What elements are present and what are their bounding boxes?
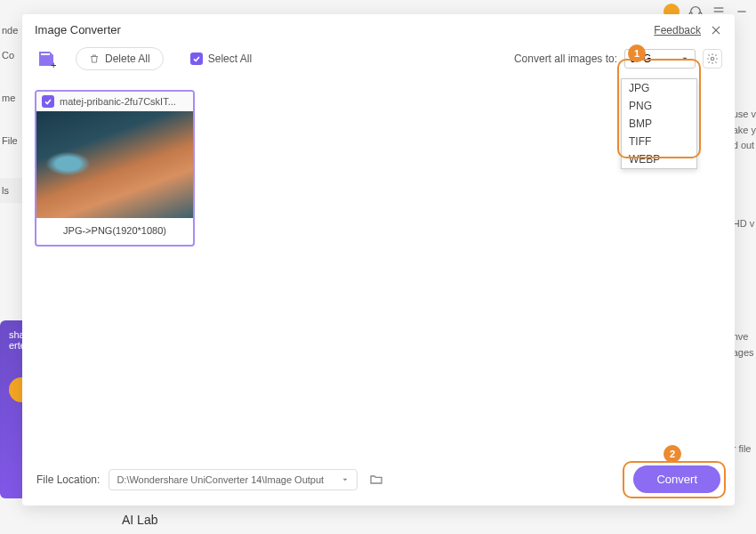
image-card[interactable]: matej-pribanic-2fu7CskIT... JPG->PNG(192… xyxy=(35,90,195,247)
convert-to-label: Convert all images to: xyxy=(514,53,617,65)
file-location-value: D:\Wondershare UniConverter 14\Image Out… xyxy=(117,474,324,485)
format-option[interactable]: PNG xyxy=(622,97,696,115)
minimize-icon[interactable] xyxy=(735,4,749,19)
image-converter-modal: Image Converter Feedback + Delete All Se… xyxy=(22,14,735,506)
checkbox-icon[interactable] xyxy=(42,95,54,108)
add-image-button[interactable]: + xyxy=(35,47,58,70)
bg-right-fragment: use v ake y d out HD v nve ages r file xyxy=(733,107,756,457)
settings-button[interactable] xyxy=(703,49,722,69)
convert-button[interactable]: Convert xyxy=(633,465,720,493)
close-icon[interactable] xyxy=(710,24,722,36)
tutorial-badge-1: 1 xyxy=(628,44,646,62)
image-thumbnail xyxy=(36,111,193,218)
delete-all-button[interactable]: Delete All xyxy=(76,47,164,70)
format-option[interactable]: TIFF xyxy=(622,133,696,150)
open-folder-button[interactable] xyxy=(366,470,386,490)
format-option[interactable]: JPG xyxy=(622,79,696,97)
modal-title: Image Converter xyxy=(35,23,121,36)
bg-sidebar-fragment: nde Co me File ls xyxy=(0,18,22,285)
file-location-select[interactable]: D:\Wondershare UniConverter 14\Image Out… xyxy=(109,469,358,490)
format-option[interactable]: WEBP xyxy=(622,150,696,168)
format-dropdown: JPG PNG BMP TIFF WEBP xyxy=(621,78,697,169)
trash-icon xyxy=(89,53,100,64)
chevron-down-icon xyxy=(341,475,350,484)
svg-point-9 xyxy=(711,57,714,61)
tutorial-badge-2: 2 xyxy=(664,445,681,463)
select-all-checkbox[interactable]: Select All xyxy=(190,53,252,65)
image-caption: JPG->PNG(1920*1080) xyxy=(36,218,193,245)
format-option[interactable]: BMP xyxy=(622,115,696,133)
chevron-down-icon xyxy=(680,54,689,63)
delete-all-label: Delete All xyxy=(105,53,150,65)
select-all-label: Select All xyxy=(208,53,252,65)
folder-icon xyxy=(369,473,383,487)
image-filename: matej-pribanic-2fu7CskIT... xyxy=(60,96,176,107)
feedback-link[interactable]: Feedback xyxy=(654,24,701,36)
gear-icon xyxy=(706,53,719,65)
checkbox-icon xyxy=(190,53,203,65)
file-location-label: File Location: xyxy=(36,473,100,486)
ai-lab-label: AI Lab xyxy=(122,513,157,527)
svg-text:+: + xyxy=(51,60,56,69)
